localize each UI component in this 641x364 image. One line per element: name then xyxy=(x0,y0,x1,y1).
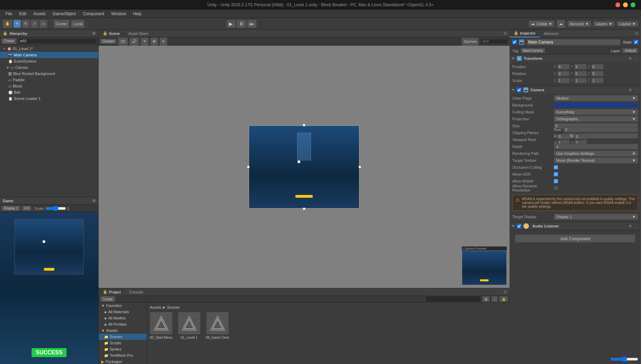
hier-item-sceneloader[interactable]: 📋 Scene Loader 1 xyxy=(0,95,98,102)
depth-field[interactable]: -1 xyxy=(554,144,638,149)
tree-textmeshpro[interactable]: 📁 TextMesh Pro xyxy=(99,352,147,358)
gizmos-btn[interactable]: Gizmos xyxy=(461,37,479,46)
camera-comp-toggle[interactable] xyxy=(517,88,521,92)
object-active-toggle[interactable] xyxy=(512,40,517,44)
hierarchy-create-btn[interactable]: Create xyxy=(1,38,17,44)
pause-button[interactable]: ⏸ xyxy=(237,20,246,28)
sort-btn[interactable]: ↕ xyxy=(491,296,498,302)
transform-more-icon[interactable]: ⋮ xyxy=(634,56,639,61)
account-button[interactable]: Account ▼ xyxy=(567,21,591,27)
shading-dropdown[interactable]: Shaded xyxy=(100,39,117,44)
scale-tool[interactable]: ⤢ xyxy=(30,20,38,28)
allowmsaa-checkbox[interactable]: ✓ xyxy=(554,179,558,183)
rotate-tool[interactable]: ↻ xyxy=(22,20,30,28)
tab-project[interactable]: 🔒 Project xyxy=(99,288,125,296)
background-color[interactable] xyxy=(554,102,638,108)
rot-y-val[interactable]: 0 xyxy=(574,71,587,76)
vp-x-val[interactable]: 0 xyxy=(557,134,570,139)
static-checkbox[interactable] xyxy=(634,40,638,44)
pos-x-val[interactable]: 8 xyxy=(557,64,570,69)
hierarchy-expand-icon[interactable]: ⊟ xyxy=(92,31,95,36)
hier-item-ball[interactable]: ⚪ Ball xyxy=(0,89,98,95)
inspector-expand[interactable]: ⊟ xyxy=(635,31,638,36)
tab-scene[interactable]: 🔒 Scene xyxy=(99,30,124,37)
center-toggle[interactable]: Center xyxy=(53,20,70,28)
menu-window[interactable]: Window xyxy=(108,11,129,17)
camera-comp-header[interactable]: ▼ 📷 Camera ⚙ ⋮ xyxy=(510,86,641,94)
tree-all-prefabs[interactable]: ◈ All Prefabs xyxy=(99,321,147,327)
lock-btn[interactable]: 🔒 xyxy=(499,296,508,302)
layers-dropdown[interactable]: Layers ▼ xyxy=(593,21,615,27)
menu-file[interactable]: File xyxy=(3,11,15,17)
projection-dropdown[interactable]: Orthographic ▼ xyxy=(554,116,638,122)
move-tool[interactable]: ✛ xyxy=(13,20,21,28)
asset-item-1[interactable]: 01_Level 1 xyxy=(178,312,200,339)
scale-slider[interactable] xyxy=(45,206,66,211)
lighting-toggle[interactable]: ☀ xyxy=(140,37,149,46)
rot-x-val[interactable]: 0 xyxy=(557,71,570,76)
scale-x-val[interactable]: 1 xyxy=(557,78,570,83)
search-icon-btn[interactable]: ⊞ xyxy=(482,296,490,302)
menu-edit[interactable]: Edit xyxy=(16,11,29,17)
scale-y-val[interactable]: 1 xyxy=(574,78,587,83)
hier-item-maincamera[interactable]: 📷 Main Camera xyxy=(0,52,98,58)
camera-settings-icon[interactable]: ⚙ xyxy=(628,87,633,92)
game-expand-icon[interactable]: ⊟ xyxy=(92,198,95,203)
clearflags-dropdown[interactable]: Skybox ▼ xyxy=(554,95,638,101)
tree-assets[interactable]: ▼ Assets xyxy=(99,327,147,334)
allowhdr-checkbox[interactable]: ✓ xyxy=(554,172,558,176)
object-name-field[interactable]: Main Camera xyxy=(526,39,621,45)
audio-toggle[interactable]: 🔊 xyxy=(129,37,139,46)
audio-listener-toggle[interactable] xyxy=(517,224,521,228)
handle-right[interactable] xyxy=(359,166,361,168)
display-dropdown[interactable]: Display 1 xyxy=(1,206,20,211)
hier-item-eventsystem[interactable]: 📋 EventSystem xyxy=(0,58,98,64)
step-button[interactable]: ⏭ xyxy=(247,20,257,28)
vr-toggle[interactable]: ⊙ xyxy=(159,37,167,46)
hier-item-scene[interactable]: ▼ 🎯 01_Level 1* xyxy=(0,46,98,52)
window-controls[interactable] xyxy=(615,2,635,7)
handle-left[interactable] xyxy=(247,166,249,168)
handle-bottom[interactable] xyxy=(303,208,305,210)
occlusion-checkbox[interactable]: ✓ xyxy=(554,165,558,169)
targettex-dropdown[interactable]: None (Render Texture) ▼ xyxy=(554,157,638,164)
breadcrumb-path[interactable]: Assets xyxy=(150,305,161,309)
pos-y-val[interactable]: 6 xyxy=(574,64,587,69)
tree-favorites[interactable]: ▼ Favorites xyxy=(99,302,147,309)
project-scrollbar[interactable] xyxy=(611,356,638,363)
scale-z-val[interactable]: 1 xyxy=(591,78,604,83)
handle-top[interactable] xyxy=(303,124,305,126)
menu-assets[interactable]: Assets xyxy=(30,11,48,17)
scroll-slider[interactable] xyxy=(611,356,638,362)
project-search[interactable] xyxy=(425,296,481,302)
hier-item-canvas[interactable]: ▶ ▭ Canvas xyxy=(0,64,98,71)
asset-item-0[interactable]: 00_Start Menu xyxy=(150,312,173,339)
aspect-dropdown[interactable]: 4:3 xyxy=(22,206,31,211)
project-expand[interactable]: ⊟ xyxy=(504,290,507,294)
scene-viewport[interactable]: Camera Preview xyxy=(99,46,510,288)
tree-all-models[interactable]: ◈ All Models xyxy=(99,315,147,321)
hand-tool[interactable]: ✋ xyxy=(3,20,12,28)
cullingmask-dropdown[interactable]: Everything ▼ xyxy=(554,109,638,115)
2d-toggle[interactable]: 2D xyxy=(118,37,128,46)
tree-sprites[interactable]: 📁 Sprites xyxy=(99,346,147,352)
tab-inspector[interactable]: 🔒 Inspector xyxy=(510,30,540,37)
tree-scripts[interactable]: 📁 Scripts xyxy=(99,340,147,346)
hier-item-paddle[interactable]: ▭ Paddle xyxy=(0,77,98,83)
near-field[interactable]: 0 xyxy=(564,127,638,132)
audio-more-icon[interactable]: ⋮ xyxy=(634,224,639,228)
transform-settings-icon[interactable]: ⚙ xyxy=(628,56,633,61)
tag-dropdown[interactable]: MainCamera xyxy=(521,48,545,53)
tree-scenes[interactable]: 📁 Scenes xyxy=(99,334,147,340)
tab-console[interactable]: Console xyxy=(125,288,147,296)
layout-dropdown[interactable]: Layout ▼ xyxy=(617,21,638,27)
scene-search[interactable] xyxy=(480,39,508,44)
pos-z-val[interactable]: 0 xyxy=(591,64,604,69)
scene-panel-expand[interactable]: ⊟ xyxy=(504,31,507,36)
minimize-button[interactable] xyxy=(623,2,628,7)
play-button[interactable]: ▶ xyxy=(226,20,236,28)
local-toggle[interactable]: Local xyxy=(71,20,85,28)
rect-tool[interactable]: ▭ xyxy=(39,20,47,28)
rot-z-val[interactable]: 0 xyxy=(591,71,604,76)
transform-header[interactable]: ▼ ⊕ Transform ⚙ ⋮ xyxy=(510,55,641,62)
